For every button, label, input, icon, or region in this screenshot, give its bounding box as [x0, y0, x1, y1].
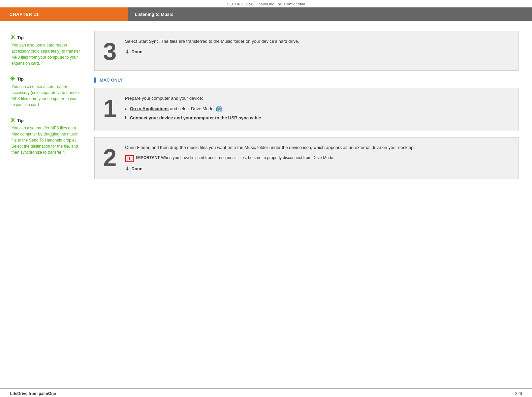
step-1-intro: Prepare your computer and your device:	[125, 95, 511, 102]
step-2-done-label: Done	[131, 166, 143, 171]
step-1-body: Prepare your computer and your device: a…	[125, 95, 511, 123]
step-3-number: 3	[103, 39, 117, 64]
important-label: IMPORTANT	[136, 155, 160, 160]
footer: LifeDrive from palmOne 226	[0, 388, 532, 397]
important-badge: [ ! ]	[125, 155, 134, 162]
watermark: SECOND DRAFT palmOne, Inc. Confidential	[0, 0, 532, 7]
tip-label-2: Tip	[17, 77, 24, 82]
header-chapter: CHAPTER 11	[0, 7, 128, 21]
tip-asterisk-3: ✳	[10, 117, 15, 123]
step-2-number: 2	[103, 146, 117, 170]
step-3-text: Select Start Sync. The files are transfe…	[125, 38, 511, 45]
step-3-done-row: ⬇ Done	[125, 49, 511, 55]
done-icon-2: ⬇	[125, 165, 129, 172]
connect-device-link[interactable]: Connect your device and your computer to…	[130, 115, 261, 120]
footer-title: LifeDrive from palmOne	[10, 391, 56, 396]
step-1-number: 1	[103, 96, 117, 121]
go-to-applications-link[interactable]: Go to Applications	[130, 106, 168, 111]
tip-block-3: ✳ Tip You can also transfer MP3 files on…	[10, 117, 81, 155]
tip-text-1: You can also use a card reader accessory…	[10, 42, 81, 66]
step-1-box: 1 Prepare your computer and your device:…	[94, 88, 519, 130]
important-text: When you have finished transferring musi…	[160, 155, 283, 160]
step-2-number-col: 2	[95, 144, 125, 172]
svg-rect-1	[218, 106, 221, 109]
step-3-done-label: Done	[131, 49, 143, 54]
tip-label-1: Tip	[17, 35, 24, 40]
header-bar: CHAPTER 11 Listening to Music	[0, 7, 532, 21]
tip-text-2: You can also use a card reader accessory…	[10, 84, 81, 108]
drive-mode-icon	[216, 105, 223, 112]
tip-asterisk-1: ✳	[10, 34, 15, 40]
step-2-text: Open Finder, and then drag the music fil…	[125, 144, 511, 151]
step-2-done-row: ⬇ Done	[125, 165, 511, 172]
step-3-body: Select Start Sync. The files are transfe…	[125, 38, 511, 64]
step-2-box: 2 Open Finder, and then drag the music f…	[94, 137, 519, 179]
footer-page: 226	[515, 391, 522, 396]
step-3-number-col: 3	[95, 38, 125, 64]
disconnect-drive-link[interactable]: disconnect from Drive Mode	[283, 155, 333, 160]
header-title: Listening to Music	[128, 7, 532, 21]
step-1-sub-a: a. Go to Applications and select Drive M…	[125, 105, 511, 113]
tip-asterisk-2: ✳	[10, 76, 15, 82]
tip-header-3: ✳ Tip	[10, 117, 81, 123]
tip-text-3: You can also transfer MP3 files on a Mac…	[10, 125, 81, 155]
step-1-sub-b: b. Connect your device and your computer…	[125, 115, 511, 122]
step-1-number-col: 1	[95, 95, 125, 123]
tip-block-1: ✳ Tip You can also use a card reader acc…	[10, 34, 81, 66]
step-3-box: 3 Select Start Sync. The files are trans…	[94, 31, 519, 71]
mac-only-label: MAC ONLY	[100, 78, 123, 83]
tip-label-3: Tip	[17, 118, 24, 123]
svg-point-2	[219, 110, 220, 111]
main-content: ✳ Tip You can also use a card reader acc…	[0, 21, 532, 375]
important-block: [ ! ] IMPORTANT When you have finished t…	[125, 155, 511, 162]
right-content: 3 Select Start Sync. The files are trans…	[88, 31, 532, 375]
tip-header-1: ✳ Tip	[10, 34, 81, 40]
done-icon-3: ⬇	[125, 49, 129, 55]
tip-header-2: ✳ Tip	[10, 76, 81, 82]
svg-rect-3	[219, 108, 220, 109]
mac-only-section: MAC ONLY	[94, 78, 519, 83]
important-end: .	[333, 155, 334, 160]
step-2-body: Open Finder, and then drag the music fil…	[125, 144, 511, 172]
tip-block-2: ✳ Tip You can also use a card reader acc…	[10, 76, 81, 108]
synchronize-link[interactable]: synchronize	[21, 150, 42, 155]
sidebar: ✳ Tip You can also use a card reader acc…	[0, 31, 88, 375]
